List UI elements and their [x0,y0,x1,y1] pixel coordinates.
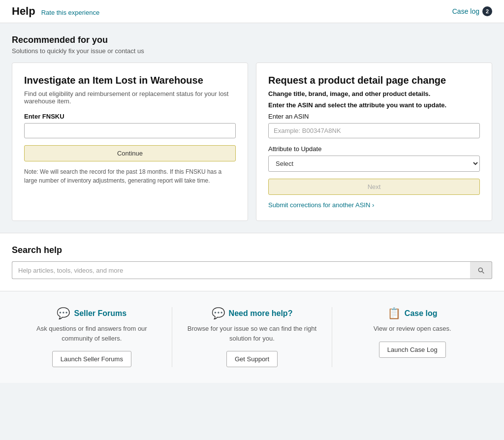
continue-button[interactable]: Continue [24,145,236,161]
search-icon [477,266,485,274]
fnsku-label: Enter FNSKU [24,113,236,120]
search-title: Search help [12,245,492,255]
lost-item-note: Note: We will search the record for the … [24,167,236,185]
bottom-section: 💬 Seller Forums Ask questions or find an… [0,291,504,383]
seller-forums-description: Ask questions or find answers from our c… [24,324,160,343]
fnsku-input[interactable] [24,123,236,138]
lost-item-card-title: Investigate an Item Lost in Warehouse [24,75,236,86]
need-more-help-description: Browse for your issue so we can find the… [184,324,320,343]
case-log-card-icon: 📋 [387,307,401,320]
need-more-help-header: 💬 Need more help? [184,307,320,320]
need-more-help-icon: 💬 [212,307,225,320]
seller-forums-card: 💬 Seller Forums Ask questions or find an… [12,307,172,367]
next-button[interactable]: Next [268,179,480,195]
header: Help Rate this experience Case log 2 [0,0,504,23]
product-detail-card-title: Request a product detail page change [268,75,480,86]
get-support-button[interactable]: Get Support [226,351,278,367]
seller-forums-title: Seller Forums [74,309,126,318]
lost-item-card: Investigate an Item Lost in Warehouse Fi… [12,63,248,221]
product-detail-bold2: Enter the ASIN and select the attribute … [268,101,480,109]
case-log-badge: 2 [482,6,492,16]
seller-forums-header: 💬 Seller Forums [24,307,160,320]
seller-forums-icon: 💬 [57,307,70,320]
recommended-subtitle: Solutions to quickly fix your issue or c… [12,47,492,55]
submit-corrections-link[interactable]: Submit corrections for another ASIN › [268,201,374,209]
case-log-card-title: Case log [405,309,438,318]
cards-row: Investigate an Item Lost in Warehouse Fi… [12,63,492,221]
lost-item-card-description: Find out eligibility and reimbursement o… [24,90,236,105]
attribute-label: Attribute to Update [268,145,480,153]
header-left: Help Rate this experience [12,5,99,18]
search-row [12,261,492,279]
rate-experience-link[interactable]: Rate this experience [41,9,100,16]
case-log-link[interactable]: Case log 2 [452,6,492,16]
case-log-card-description: View or review open cases. [344,324,480,334]
launch-case-log-button[interactable]: Launch Case Log [379,342,446,358]
asin-label: Enter an ASIN [268,113,480,120]
need-more-help-card: 💬 Need more help? Browse for your issue … [172,307,333,367]
recommended-title: Recommended for you [12,35,492,45]
asin-input[interactable] [268,123,480,138]
need-more-help-title: Need more help? [229,309,293,318]
attribute-select[interactable]: Select Title Brand Image Description Bul… [268,156,480,172]
main-content: Recommended for you Solutions to quickly… [0,23,504,221]
search-button[interactable] [470,261,492,279]
launch-seller-forums-button[interactable]: Launch Seller Forums [52,351,131,367]
case-log-label: Case log [452,7,479,15]
product-detail-bold1: Change title, brand, image, and other pr… [268,90,480,97]
page-title: Help [12,5,35,18]
search-section: Search help [0,233,504,291]
case-log-card-header: 📋 Case log [344,307,480,320]
product-detail-card: Request a product detail page change Cha… [256,63,492,221]
search-input[interactable] [12,261,470,279]
case-log-card: 📋 Case log View or review open cases. La… [332,307,492,367]
